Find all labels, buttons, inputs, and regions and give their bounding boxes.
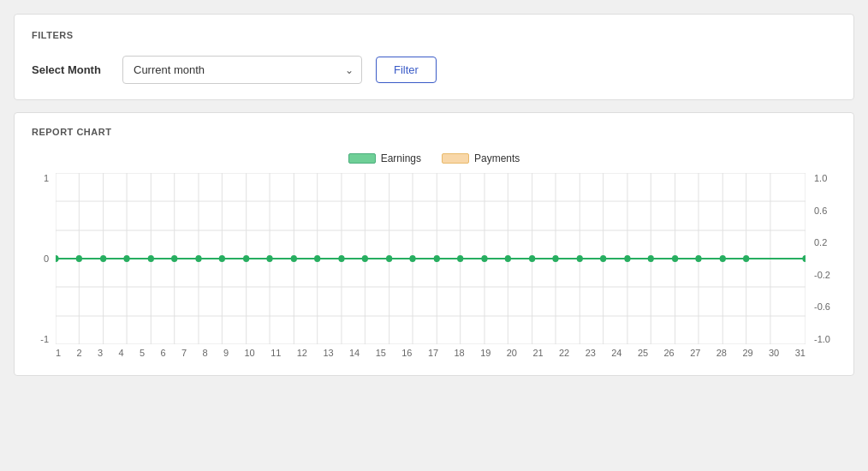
x-label-19: 19: [480, 348, 490, 358]
dot-11: [291, 255, 297, 262]
dot-1: [56, 255, 59, 262]
x-label-2: 2: [77, 348, 82, 358]
dot-22: [552, 255, 558, 262]
x-label-3: 3: [98, 348, 103, 358]
x-label-25: 25: [638, 348, 648, 358]
dot-8: [219, 255, 225, 262]
dot-14: [362, 255, 368, 262]
x-label-5: 5: [140, 348, 145, 358]
payments-swatch: [442, 153, 469, 164]
x-label-6: 6: [161, 348, 166, 358]
x-label-27: 27: [690, 348, 700, 358]
dot-26: [648, 255, 654, 262]
y-right-1: 1.0: [814, 173, 836, 183]
dot-6: [171, 255, 177, 262]
filters-title: FILTERS: [32, 30, 836, 40]
x-label-31: 31: [795, 348, 806, 358]
x-label-8: 8: [203, 348, 208, 358]
y-axis-right: 1.0 0.6 0.2 -0.2 -0.6 -1.0: [811, 173, 836, 344]
chart-legend: Earnings Payments: [32, 152, 836, 164]
legend-earnings: Earnings: [348, 152, 421, 164]
x-label-22: 22: [559, 348, 569, 358]
dot-13: [338, 255, 344, 262]
chart-svg: [56, 173, 806, 344]
dot-18: [457, 255, 463, 262]
dot-23: [577, 255, 583, 262]
y-right-4: -0.2: [814, 270, 836, 280]
y-left-top: 1: [32, 173, 49, 183]
x-label-14: 14: [349, 348, 360, 358]
x-label-10: 10: [245, 348, 255, 358]
x-label-1: 1: [56, 348, 61, 358]
x-label-11: 11: [271, 348, 281, 358]
x-label-26: 26: [664, 348, 675, 358]
dot-5: [148, 255, 154, 262]
y-left-mid: 0: [32, 253, 49, 264]
x-label-30: 30: [769, 348, 779, 358]
filters-panel: FILTERS Select Month Current month Previ…: [14, 14, 854, 100]
chart-container: 1 0 -1: [32, 173, 836, 344]
filter-row: Select Month Current month Previous mont…: [32, 56, 836, 84]
chart-panel: REPORT CHART Earnings Payments 1 0 -1: [14, 112, 854, 376]
dot-24: [600, 255, 606, 262]
y-right-2: 0.6: [814, 206, 836, 216]
payments-label: Payments: [474, 152, 520, 164]
dot-3: [100, 255, 106, 262]
dot-29: [720, 255, 726, 262]
x-label-28: 28: [716, 348, 727, 358]
y-right-5: -0.6: [814, 301, 836, 312]
x-label-21: 21: [532, 348, 543, 358]
x-label-7: 7: [181, 348, 187, 358]
earnings-label: Earnings: [381, 152, 421, 164]
x-label-17: 17: [428, 348, 438, 358]
earnings-swatch: [348, 153, 376, 164]
x-label-29: 29: [742, 348, 752, 358]
chart-title: REPORT CHART: [32, 127, 836, 137]
x-label-20: 20: [507, 348, 517, 358]
dot-15: [386, 255, 392, 262]
x-label-24: 24: [611, 348, 621, 358]
dot-12: [314, 255, 320, 262]
dot-10: [266, 255, 272, 262]
legend-payments: Payments: [442, 152, 520, 164]
dot-30: [743, 255, 749, 262]
dot-19: [481, 255, 487, 262]
dot-28: [695, 255, 701, 262]
dot-4: [123, 255, 129, 262]
y-left-bot: -1: [32, 334, 49, 344]
dot-9: [243, 255, 249, 262]
y-right-3: 0.2: [814, 237, 836, 247]
month-select[interactable]: Current month Previous month Custom rang…: [122, 56, 362, 84]
x-label-18: 18: [455, 348, 465, 358]
dot-27: [672, 255, 678, 262]
x-label-15: 15: [376, 348, 386, 358]
y-axis-left: 1 0 -1: [32, 173, 49, 344]
dot-7: [195, 255, 201, 262]
dot-17: [434, 255, 440, 262]
x-label-9: 9: [223, 348, 229, 358]
y-right-6: -1.0: [814, 334, 836, 344]
month-select-wrapper: Current month Previous month Custom rang…: [122, 56, 362, 84]
dot-21: [529, 255, 535, 262]
dot-2: [76, 255, 82, 262]
x-label-12: 12: [297, 348, 307, 358]
x-label-13: 13: [323, 348, 333, 358]
dot-20: [505, 255, 511, 262]
dot-25: [624, 255, 630, 262]
filter-button[interactable]: Filter: [376, 57, 437, 83]
dot-16: [409, 255, 415, 262]
x-axis-labels: 1 2 3 4 5 6 7 8 9 10 11 12 13 14 15 16 1…: [32, 348, 836, 358]
select-label: Select Month: [32, 63, 109, 76]
x-label-23: 23: [586, 348, 596, 358]
x-label-4: 4: [119, 348, 124, 358]
dot-31: [802, 255, 806, 262]
x-label-16: 16: [401, 348, 412, 358]
